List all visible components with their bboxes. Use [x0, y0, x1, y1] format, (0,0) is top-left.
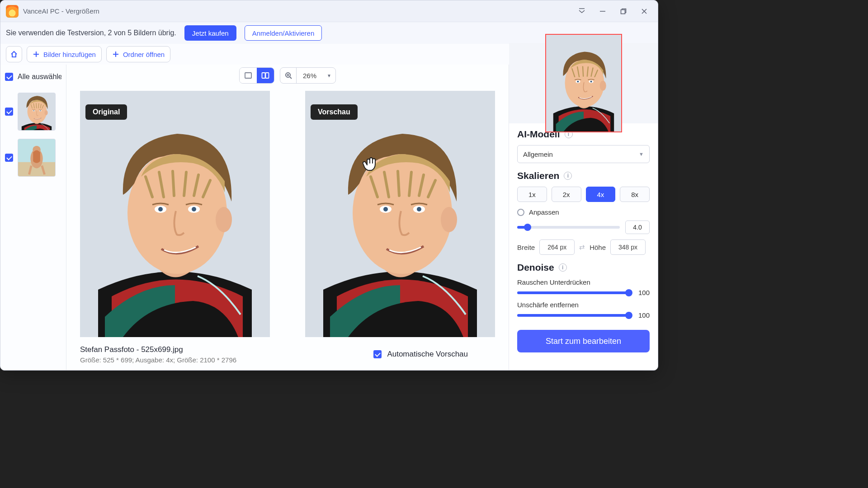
- svg-rect-20: [262, 73, 265, 78]
- scale-8x-button[interactable]: 8x: [620, 187, 650, 202]
- custom-scale-slider[interactable]: [517, 226, 620, 229]
- activate-button[interactable]: Anmelden/Aktivieren: [245, 25, 322, 41]
- svg-rect-19: [245, 73, 251, 78]
- noise-label: Rauschen Unterdrücken: [517, 278, 650, 286]
- denoise-section: Denoise i Rauschen Unterdrücken 100 Unsc…: [509, 257, 658, 325]
- noise-value: 100: [633, 289, 650, 296]
- blur-label: Unschärfe entfernen: [517, 301, 650, 309]
- denoise-title-text: Denoise: [517, 262, 554, 273]
- add-images-label: Bilder hinzufügen: [43, 51, 96, 58]
- chevron-down-icon[interactable]: [577, 7, 586, 16]
- titlebar: VanceAI PC - Vergrößern: [0, 0, 658, 22]
- preview-tag: Vorschau: [311, 104, 358, 120]
- single-view-button[interactable]: [240, 68, 257, 83]
- ai-model-dropdown[interactable]: Allgemein ▼: [517, 145, 650, 163]
- zoom-dropdown-caret[interactable]: ▼: [323, 73, 335, 78]
- custom-scale-row[interactable]: Anpassen: [517, 208, 650, 216]
- app-window: VanceAI PC - Vergrößern Sie verwenden di…: [0, 0, 658, 371]
- add-images-button[interactable]: Bilder hinzufügen: [27, 46, 102, 62]
- scale-1x-button[interactable]: 1x: [517, 187, 547, 202]
- trial-text: Sie verwenden die Testversion, 2 von 5 B…: [6, 29, 176, 37]
- denoise-title: Denoise i: [517, 262, 650, 273]
- ai-model-value: Allgemein: [523, 150, 553, 158]
- width-label: Breite: [517, 244, 535, 251]
- info-icon[interactable]: i: [564, 172, 572, 180]
- scale-title: Skalieren i: [517, 170, 650, 181]
- select-all-row[interactable]: Alle auswählen: [5, 69, 61, 84]
- svg-rect-12: [621, 9, 625, 14]
- select-all-checkbox[interactable]: [5, 73, 13, 81]
- noise-slider[interactable]: [517, 291, 629, 294]
- scale-title-text: Skalieren: [517, 170, 559, 181]
- dimensions-row: Breite 264 px ⇄ Höhe 348 px: [517, 239, 650, 255]
- height-value[interactable]: 348 px: [610, 239, 646, 255]
- preview-panel[interactable]: Vorschau: [305, 91, 495, 337]
- preview-thumb-area: [509, 43, 658, 123]
- zoom-icon[interactable]: [280, 68, 297, 83]
- open-folder-label: Ordner öffnen: [123, 51, 165, 58]
- thumb-image[interactable]: [18, 139, 56, 177]
- select-all-label: Alle auswählen: [18, 73, 61, 81]
- app-logo-icon: [6, 5, 19, 18]
- blur-slider-row: 100: [517, 311, 650, 319]
- svg-rect-21: [266, 73, 269, 78]
- info-icon[interactable]: i: [559, 263, 567, 272]
- thumbnail-list: Alle auswählen: [0, 65, 66, 370]
- width-value[interactable]: 264 px: [539, 239, 575, 255]
- thumb-row[interactable]: [5, 139, 61, 177]
- scale-section: Skalieren i 1x 2x 4x 8x Anpassen: [509, 165, 658, 257]
- settings-panel: AI-Modell i Allgemein ▼ Skalieren i 1x 2…: [509, 65, 658, 370]
- buy-button[interactable]: Jetzt kaufen: [184, 25, 236, 41]
- blur-slider[interactable]: [517, 314, 629, 317]
- custom-scale-radio[interactable]: [517, 209, 524, 216]
- minimize-button[interactable]: [598, 7, 607, 16]
- blur-value: 100: [633, 311, 650, 319]
- scale-buttons: 1x 2x 4x 8x: [517, 187, 650, 202]
- footer-row: Stefan Passfoto - 525x699.jpg Größe: 525…: [66, 338, 509, 370]
- zoom-control[interactable]: 26% ▼: [280, 67, 336, 84]
- auto-preview-label: Automatische Vorschau: [387, 350, 468, 359]
- custom-scale-label: Anpassen: [529, 208, 559, 216]
- view-mode-group: [239, 67, 274, 84]
- noise-slider-row: 100: [517, 289, 650, 296]
- center-pane: 26% ▼ Original Vorschau: [66, 65, 509, 370]
- titlebar-left: VanceAI PC - Vergrößern: [6, 5, 99, 18]
- window-title: VanceAI PC - Vergrößern: [23, 7, 99, 15]
- height-label: Höhe: [590, 244, 606, 251]
- original-panel[interactable]: Original: [80, 91, 270, 337]
- file-dims: Größe: 525 * 699; Ausgabe: 4x; Größe: 21…: [80, 356, 236, 364]
- home-button[interactable]: [6, 46, 22, 62]
- file-name: Stefan Passfoto - 525x699.jpg: [80, 345, 236, 354]
- compare-toolbar: 26% ▼: [66, 65, 509, 86]
- file-meta: Stefan Passfoto - 525x699.jpg Größe: 525…: [80, 345, 236, 364]
- auto-preview-toggle[interactable]: Automatische Vorschau: [373, 350, 468, 359]
- thumb-image[interactable]: [18, 93, 56, 131]
- preview-thumb[interactable]: [545, 34, 622, 132]
- thumb-row[interactable]: [5, 93, 61, 131]
- custom-scale-value[interactable]: 4.0: [625, 221, 650, 234]
- maximize-button[interactable]: [619, 7, 628, 16]
- custom-scale-slider-row: 4.0: [517, 221, 650, 234]
- scale-2x-button[interactable]: 2x: [552, 187, 581, 202]
- zoom-value: 26%: [297, 72, 323, 80]
- chevron-down-icon: ▼: [639, 151, 644, 157]
- window-controls: [577, 7, 654, 16]
- close-button[interactable]: [640, 7, 649, 16]
- start-processing-button[interactable]: Start zum bearbeiten: [517, 330, 650, 352]
- auto-preview-checkbox[interactable]: [373, 350, 382, 358]
- original-tag: Original: [85, 104, 127, 120]
- compare-panels: Original Vorschau: [66, 86, 509, 338]
- open-folder-button[interactable]: Ordner öffnen: [106, 46, 170, 62]
- main-area: Alle auswählen: [0, 65, 658, 370]
- scale-4x-button[interactable]: 4x: [586, 187, 616, 202]
- svg-line-23: [290, 77, 292, 79]
- split-view-button[interactable]: [257, 68, 274, 83]
- link-icon[interactable]: ⇄: [579, 243, 585, 251]
- thumb-checkbox[interactable]: [5, 154, 13, 162]
- thumb-checkbox[interactable]: [5, 108, 13, 116]
